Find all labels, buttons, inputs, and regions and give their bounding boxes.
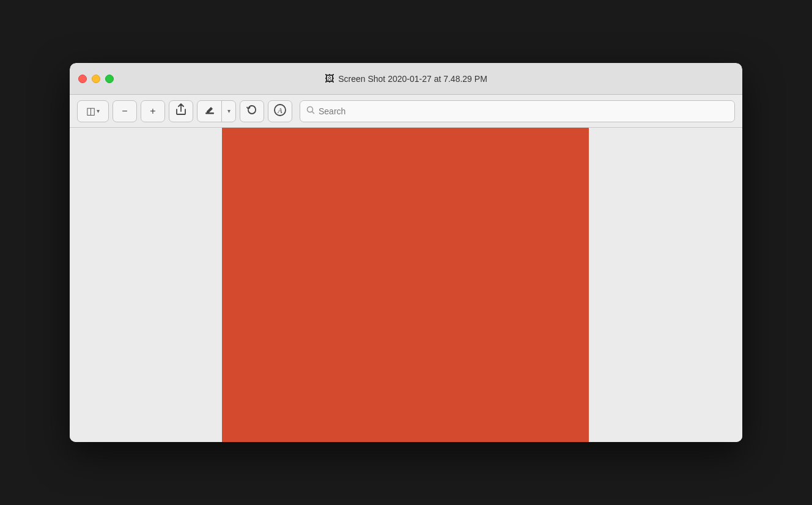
minimize-button[interactable] (92, 75, 100, 83)
search-bar (300, 100, 735, 122)
info-icon: A (273, 103, 287, 119)
annotate-group: ▾ (197, 100, 236, 122)
annotate-chevron-button[interactable]: ▾ (222, 101, 235, 122)
info-button[interactable]: A (268, 100, 292, 122)
rotate-button[interactable] (240, 100, 264, 122)
window-title: Screen Shot 2020-01-27 at 7.48.29 PM (338, 74, 487, 84)
sidebar-icon: ◫ (86, 105, 95, 117)
chevron-down-icon: ▾ (227, 108, 231, 114)
annotate-button[interactable] (197, 101, 222, 122)
share-icon (175, 103, 186, 119)
window-title-group: 🖼 Screen Shot 2020-01-27 at 7.48.29 PM (325, 73, 487, 84)
document-page (222, 128, 589, 442)
zoom-in-button[interactable]: + (141, 100, 165, 122)
zoom-out-button[interactable]: − (113, 100, 137, 122)
rotate-icon (246, 104, 258, 119)
sidebar-toggle-button[interactable]: ◫ ▾ (77, 100, 109, 122)
zoom-out-icon: − (122, 106, 127, 117)
maximize-button[interactable] (105, 75, 114, 83)
sidebar-right (589, 128, 742, 442)
close-button[interactable] (78, 75, 87, 83)
svg-text:A: A (277, 106, 282, 115)
title-bar: 🖼 Screen Shot 2020-01-27 at 7.48.29 PM (70, 63, 742, 95)
traffic-lights (78, 75, 114, 83)
share-button[interactable] (169, 100, 193, 122)
chevron-down-icon: ▾ (97, 108, 100, 114)
zoom-in-icon: + (150, 106, 155, 117)
toolbar: ◫ ▾ − + (70, 95, 742, 128)
content-area (70, 128, 742, 442)
document-icon: 🖼 (325, 73, 334, 84)
search-input[interactable] (319, 106, 728, 116)
search-icon (306, 106, 315, 116)
sidebar-left (70, 128, 221, 442)
document-view (221, 128, 589, 442)
main-window: 🖼 Screen Shot 2020-01-27 at 7.48.29 PM ◫… (70, 63, 742, 442)
annotate-icon (204, 105, 215, 118)
